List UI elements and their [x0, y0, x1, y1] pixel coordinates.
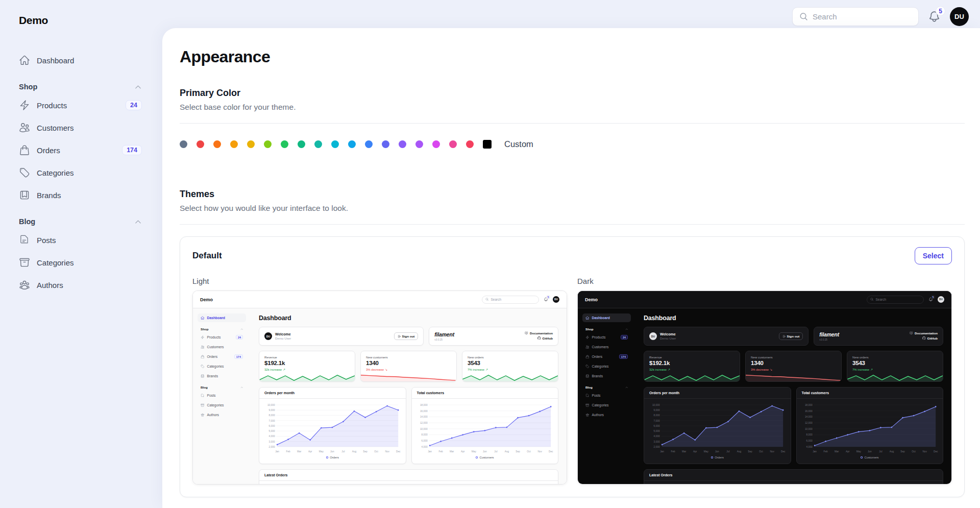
divider [180, 123, 965, 124]
swatch-lime[interactable] [264, 140, 272, 148]
preview-filament-card: filament v3.0.25 Documentation GitHub [814, 327, 943, 346]
preview-sidebar-item-customers: Customers [198, 343, 246, 351]
preview-customers-chart-card: Total customers 4,0006,0008,00010,00012,… [411, 387, 559, 464]
bookmark-square-icon [585, 374, 590, 378]
svg-text:7,000: 7,000 [654, 419, 660, 422]
custom-swatch[interactable] [483, 140, 492, 149]
line-chart: 4,0006,0008,00010,00012,00014,00016,0001… [801, 402, 939, 455]
theme-preview-light[interactable]: Demo Search 5 DU Dashboard [192, 291, 567, 485]
user-avatar[interactable]: DU [950, 7, 969, 26]
swatch-pink[interactable] [449, 140, 457, 148]
sidebar-group-label: Shop [19, 83, 37, 91]
sidebar-item-label: Dashboard [37, 56, 74, 65]
primary-color-section: Primary Color Select base color for your… [180, 88, 965, 149]
swatch-orange[interactable] [213, 140, 221, 148]
home-icon [201, 316, 205, 320]
sidebar-item-customers[interactable]: Customers [19, 116, 142, 139]
preview-sidebar-group-blog: Blog [585, 385, 628, 389]
bookmark-square-icon [201, 374, 205, 378]
svg-text:Dec: Dec [933, 450, 938, 453]
sidebar-group-label: Blog [19, 217, 35, 226]
preview-sidebar-item-brands: Brands [198, 372, 246, 380]
preview-sidebar-item-authors: Authors [198, 410, 246, 419]
sidebar-item-label: Brands [37, 191, 61, 200]
bookmark-square-icon [19, 189, 30, 201]
document-text-icon [585, 394, 590, 398]
swatch-green[interactable] [281, 140, 288, 148]
svg-text:8,000: 8,000 [806, 433, 812, 436]
preview-brand: Demo [200, 297, 213, 302]
svg-text:Feb: Feb [438, 450, 443, 453]
swatch-fuchsia[interactable] [432, 140, 440, 148]
dashboard-preview-image: Demo Search 5 DU Dashboard [193, 291, 567, 484]
filament-logo: filament [434, 331, 454, 337]
svg-text:Dec: Dec [781, 450, 786, 453]
user-group-icon [201, 413, 205, 417]
sparkline-chart [361, 374, 456, 381]
notifications-button[interactable]: 5 [928, 10, 941, 23]
preview-sidebar-item-categories: Categories [582, 362, 631, 371]
sidebar-item-dashboard[interactable]: Dashboard [19, 49, 142, 71]
sidebar-group-shop[interactable]: Shop [19, 83, 142, 91]
github-icon [537, 336, 541, 340]
svg-text:Jul: Jul [879, 450, 882, 453]
svg-text:8,000: 8,000 [421, 433, 427, 436]
swatch-blue[interactable] [365, 140, 373, 148]
swatch-amber[interactable] [230, 140, 238, 148]
chevron-up-icon [134, 83, 142, 91]
preview-latest-orders-card: Latest Orders Search Order Date⌄ Number⌄… [644, 469, 943, 485]
theme-card-default: Default Select Light Demo Search 5 DU [180, 236, 965, 497]
swatch-rose[interactable] [466, 140, 474, 148]
sidebar-item-authors[interactable]: Authors [19, 274, 142, 296]
github-icon [922, 336, 926, 340]
swatch-sky[interactable] [348, 140, 356, 148]
users-icon [19, 122, 30, 133]
primary-color-heading: Primary Color [180, 88, 965, 99]
tag-icon [585, 365, 590, 369]
svg-text:Feb: Feb [671, 450, 675, 453]
search-input[interactable] [813, 12, 912, 21]
svg-text:Aug: Aug [889, 450, 894, 453]
swatch-cyan[interactable] [331, 140, 339, 148]
swatch-teal[interactable] [314, 140, 322, 148]
preview-bell: 5 [544, 297, 548, 302]
svg-text:6,000: 6,000 [269, 424, 275, 427]
line-chart: 2,0003,0004,0005,0006,0007,0008,0009,000… [263, 402, 402, 455]
bolt-icon [201, 335, 205, 340]
preview-stat-revenue: Revenue $192.1k 32k increase [644, 351, 740, 382]
svg-text:Jul: Jul [494, 450, 497, 453]
select-theme-button[interactable]: Select [915, 247, 952, 264]
preview-signout-button: Sign out [394, 332, 419, 340]
sidebar-item-products[interactable]: Products 24 [19, 94, 142, 116]
products-count-badge: 24 [126, 100, 142, 110]
logout-icon [782, 335, 786, 338]
swatch-violet[interactable] [399, 140, 406, 148]
swatch-emerald[interactable] [298, 140, 305, 148]
document-text-icon [201, 394, 205, 398]
swatch-red[interactable] [197, 140, 204, 148]
sidebar-group-blog[interactable]: Blog [19, 217, 142, 226]
preview-sidebar-group-blog: Blog [201, 385, 243, 389]
sidebar-item-posts[interactable]: Posts [19, 229, 142, 251]
chevron-up-icon [134, 218, 142, 226]
preview-topbar: Demo Search 5 DU [193, 291, 567, 308]
svg-text:May: May [471, 450, 476, 453]
swatch-yellow[interactable] [247, 140, 255, 148]
swatch-indigo[interactable] [382, 140, 389, 148]
archive-box-icon [201, 403, 205, 407]
swatch-slate[interactable] [180, 140, 187, 148]
theme-preview-dark[interactable]: Demo Search 5 DU Dashboard [577, 291, 952, 485]
svg-text:Aug: Aug [737, 450, 742, 453]
global-search[interactable] [792, 7, 919, 26]
svg-text:4,000: 4,000 [269, 434, 275, 438]
swatch-purple[interactable] [415, 140, 423, 148]
sidebar-item-brands[interactable]: Brands [19, 184, 142, 206]
sidebar-item-blog-categories[interactable]: Categories [19, 251, 142, 274]
preview-orders-chart-card: Orders per month 2,0003,0004,0005,0006,0… [259, 387, 406, 464]
sidebar-item-orders[interactable]: Orders 174 [19, 139, 142, 161]
topbar-actions: 5 DU [792, 7, 969, 26]
svg-text:6,000: 6,000 [654, 424, 660, 427]
chevron-up-icon [625, 386, 628, 389]
svg-text:Jun: Jun [867, 450, 871, 453]
sidebar-item-categories[interactable]: Categories [19, 161, 142, 184]
